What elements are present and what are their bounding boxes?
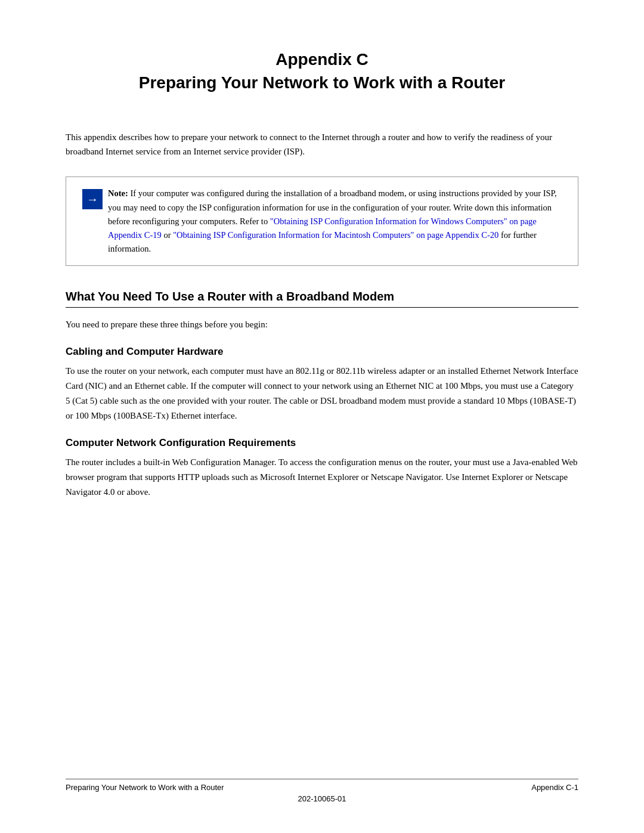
footer-center: 202-10065-01	[66, 794, 578, 803]
page-header: Appendix C Preparing Your Network to Wor…	[66, 48, 578, 94]
subsection1-title: Cabling and Computer Hardware	[66, 346, 578, 358]
page-footer: Preparing Your Network to Work with a Ro…	[66, 779, 578, 803]
subsection2-title: Computer Network Configuration Requireme…	[66, 437, 578, 449]
footer-rule	[66, 779, 578, 779]
note-link2[interactable]: "Obtaining ISP Configuration Information…	[173, 230, 499, 240]
section1-intro: You need to prepare these three things b…	[66, 317, 578, 332]
footer-row: Preparing Your Network to Work with a Ro…	[66, 783, 578, 792]
subsection1-body: To use the router on your network, each …	[66, 364, 578, 423]
note-icon-cell: →	[77, 187, 108, 256]
note-box: → Note: If your computer was configured …	[66, 176, 578, 266]
note-content: Note: If your computer was configured du…	[108, 187, 567, 256]
note-label: Note:	[108, 188, 128, 198]
subsection2-body: The router includes a built-in Web Confi…	[66, 455, 578, 499]
section1-title: What You Need To Use a Router with a Bro…	[66, 290, 578, 308]
intro-paragraph: This appendix describes how to prepare y…	[66, 130, 578, 159]
note-text2: or	[162, 230, 173, 240]
page-title: Appendix C Preparing Your Network to Wor…	[66, 48, 578, 94]
footer-right: Appendix C-1	[531, 783, 578, 792]
arrow-icon: →	[82, 189, 103, 209]
footer-left: Preparing Your Network to Work with a Ro…	[66, 783, 224, 792]
